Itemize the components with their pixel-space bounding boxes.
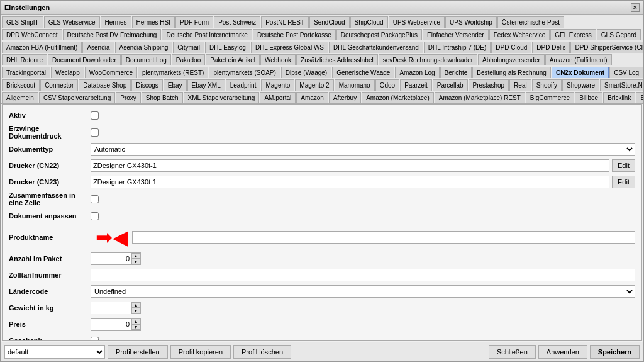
tab-allgemein[interactable]: Allgemein — [2, 92, 38, 103]
tab-pdf-form[interactable]: PDF Form — [175, 16, 213, 28]
tab-amazon[interactable]: Amazon — [296, 92, 328, 103]
tab-gls-shipit[interactable]: GLS ShipIT — [2, 16, 43, 28]
save-button[interactable]: Speichern — [590, 345, 640, 359]
delete-profile-button[interactable]: Profil löschen — [233, 345, 291, 359]
spin-up-anzahl-im-paket[interactable]: ▲ — [131, 253, 140, 259]
tab-zusätzliches-addresslabel[interactable]: Zusätzliches Addresslabel — [296, 54, 378, 65]
checkbox-dokument-anpassen[interactable] — [91, 212, 99, 220]
tab-dhl-intraship-7-de[interactable]: DHL Intraship 7 (DE) — [424, 42, 491, 53]
checkbox-erzwinge-dokumentdruck[interactable] — [91, 128, 99, 137]
copy-profile-button[interactable]: Profil kopieren — [170, 345, 231, 359]
tab-shipcloud[interactable]: ShipCloud — [350, 16, 388, 28]
tab-bestellung-als-rechnung[interactable]: Bestellung als Rechnung — [472, 67, 551, 78]
tab-dhl-easylog[interactable]: DHL Easylog — [205, 42, 250, 53]
tab-trackingportal[interactable]: Trackingportal — [2, 67, 50, 78]
spin-up-preis[interactable]: ▲ — [131, 319, 140, 324]
tab-woocommerce[interactable]: WooCommerce — [85, 67, 137, 78]
tab-fedex-webservice[interactable]: Fedex Webservice — [489, 29, 550, 40]
tab-real[interactable]: Real — [509, 79, 531, 91]
input-drucker-(cn22)[interactable] — [91, 159, 609, 172]
spin-down-anzahl-im-paket[interactable]: ▼ — [131, 259, 140, 264]
tab-parcellab[interactable]: Parcellab — [433, 79, 468, 91]
tab-dhl-retoure[interactable]: DHL Retoure — [2, 54, 47, 65]
tab-amazon-log[interactable]: Amazon Log — [395, 67, 439, 78]
number-input-preis[interactable] — [91, 319, 131, 330]
select-ländercode[interactable]: Undefined — [91, 285, 635, 298]
number-input-anzahl-im-paket[interactable] — [91, 253, 131, 264]
tab-magento-2[interactable]: Magento 2 — [295, 79, 333, 91]
tab-deutsche-post-dv-freimachung[interactable]: Deutsche Post DV Freimachung — [63, 29, 162, 40]
edit-button-drucker-(cn22)[interactable]: Edit — [612, 159, 635, 172]
apply-button[interactable]: Anwenden — [538, 345, 587, 359]
checkbox-zusammenfassen-in-eine-zeile[interactable] — [91, 195, 99, 203]
tab-smartstore.net[interactable]: SmartStore.NET — [600, 79, 643, 91]
number-input-gewicht-in-kg[interactable] — [91, 302, 131, 314]
tab-bricklink[interactable]: Bricklink — [603, 92, 635, 103]
tab-gls-webservice[interactable]: GLS Webservice — [44, 16, 100, 28]
tab-cn2x-dokument[interactable]: CN2x Dokument — [552, 67, 609, 78]
checkbox-aktiv[interactable] — [91, 111, 99, 120]
tab-dhl-geschäftskundenversand[interactable]: DHL Geschäftskundenversand — [329, 42, 423, 53]
edit-button-drucker-(cn23)[interactable]: Edit — [612, 176, 635, 188]
checkbox-geschenk[interactable] — [91, 337, 99, 341]
tab-berichte[interactable]: Berichte — [440, 67, 472, 78]
tab-pakadoo[interactable]: Pakadoo — [172, 54, 205, 65]
select-dokumenttyp[interactable]: Automatic — [91, 143, 635, 156]
tab-plentymarkets-rest[interactable]: plentymarkets (REST) — [138, 67, 208, 78]
tab-database-shop[interactable]: Database Shop — [79, 79, 131, 91]
tab-proxy[interactable]: Proxy — [116, 92, 141, 103]
tab-sevdesk-rechnungsdownloader[interactable]: sevDesk Rechnungsdownloader — [379, 54, 477, 65]
tab-csv-log[interactable]: CSV Log — [609, 67, 643, 78]
tab-shopware[interactable]: Shopware — [562, 79, 599, 91]
tab-ups-worldship[interactable]: UPS Worldship — [445, 16, 497, 28]
tab-bigcommerce[interactable]: BigCommerce — [526, 92, 574, 103]
tab-csv-stapelverarbeitung[interactable]: CSV Stapelverarbeitung — [39, 92, 115, 103]
tab-amazon-marketplace-rest[interactable]: Amazon (Marketplace) REST — [435, 92, 525, 103]
tab-discogs[interactable]: Discogs — [131, 79, 163, 91]
tab-paarzeit[interactable]: Paarzeit — [400, 79, 432, 91]
tab-plentymarkets-soap[interactable]: plentymarkets (SOAP) — [209, 67, 280, 78]
tab-webhook[interactable]: Webhook — [260, 54, 296, 65]
tab-connector[interactable]: Connector — [40, 79, 78, 91]
tab-deutsche-post-portokasse[interactable]: Deutsche Post Portokasse — [253, 29, 336, 40]
spin-down-gewicht-in-kg[interactable]: ▼ — [131, 308, 140, 314]
tab-document-downloader[interactable]: Document Downloader — [48, 54, 121, 65]
tab-gls-gepard[interactable]: GLS Gepard — [597, 29, 641, 40]
tab-brickow[interactable]: Brickow — [636, 92, 643, 103]
tab-shopify[interactable]: Shopify — [532, 79, 562, 91]
tab-xml-stapelverarbeitung[interactable]: XML Stapelverarbeitung — [184, 92, 260, 103]
tab-ebay-xml[interactable]: Ebay XML — [187, 79, 225, 91]
tab-deutsche-post-internetmarke[interactable]: Deutsche Post Internetmarke — [162, 29, 252, 40]
tab-dpd-webconnect[interactable]: DPD WebConnect — [2, 29, 62, 40]
tab-citymail[interactable]: Citymail — [173, 42, 204, 53]
tab-ups-webservice[interactable]: UPS Webservice — [389, 16, 445, 28]
tab-generische-waage[interactable]: Generische Waage — [332, 67, 394, 78]
tab-hermes[interactable]: Hermes — [101, 16, 131, 28]
tab-österreichische-post[interactable]: Österreichische Post — [497, 16, 564, 28]
tab-brickscout[interactable]: Brickscout — [2, 79, 40, 91]
tab-magento[interactable]: Magento — [261, 79, 294, 91]
profile-select[interactable]: default — [4, 345, 105, 359]
tab-post-schweiz[interactable]: Post Schweiz — [214, 16, 260, 28]
tab-hermes-hsi[interactable]: Hermes HSI — [132, 16, 175, 28]
tab-weclapp[interactable]: Weclapp — [51, 67, 84, 78]
tab-leadprint[interactable]: Leadprint — [226, 79, 261, 91]
spin-down-preis[interactable]: ▼ — [131, 324, 140, 330]
tab-gel-express[interactable]: GEL Express — [550, 29, 596, 40]
tab-amazon-fba-fulfillment[interactable]: Amazon FBA (Fulfillment) — [2, 42, 82, 53]
tab-shop-batch[interactable]: Shop Batch — [142, 92, 183, 103]
tab-manomano[interactable]: Manomano — [335, 79, 375, 91]
tab-asendia[interactable]: Asendia — [82, 42, 114, 53]
tab-dhl-express-global-ws[interactable]: DHL Express Global WS — [251, 42, 328, 53]
tab-am.portal[interactable]: AM.portal — [260, 92, 296, 103]
create-profile-button[interactable]: Profil erstellen — [108, 345, 168, 359]
tab-postnl-rest[interactable]: PostNL REST — [261, 16, 309, 28]
close-button[interactable]: Schließen — [489, 345, 536, 359]
input-produktname[interactable] — [132, 231, 635, 244]
input-zolltarifnummer[interactable] — [91, 269, 635, 281]
tab-deutschepost-packageplus[interactable]: Deutschepost PackagePlus — [336, 29, 422, 40]
tab-abholungsversender[interactable]: Abholungsversender — [478, 54, 545, 65]
tab-dpd-delis[interactable]: DPD Delis — [532, 42, 570, 53]
tab-dipse-waage[interactable]: Dipse (Waage) — [281, 67, 331, 78]
tab-document-log[interactable]: Document Log — [121, 54, 171, 65]
